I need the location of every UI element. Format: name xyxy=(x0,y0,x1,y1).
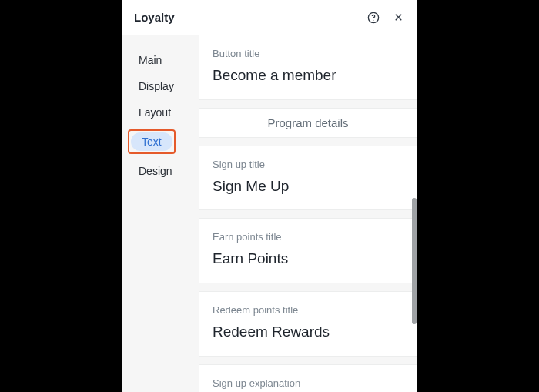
sidebar-item-design[interactable]: Design xyxy=(131,162,180,180)
field-sign-up-explanation[interactable]: Sign up explanation Sign up now to start… xyxy=(199,364,417,392)
section-header-program-details: Program details xyxy=(199,108,417,138)
field-value: Sign Me Up xyxy=(213,176,403,196)
field-label: Button title xyxy=(213,48,403,59)
settings-panel: Loyalty Main Display Layout Text xyxy=(122,0,417,392)
sidebar-item-display[interactable]: Display xyxy=(131,77,182,95)
field-redeem-points-title[interactable]: Redeem points title Redeem Rewards xyxy=(199,291,417,357)
svg-point-1 xyxy=(373,19,373,20)
content-scroll[interactable]: Button title Become a member Program det… xyxy=(199,35,417,392)
sidebar-item-text-highlight: Text xyxy=(128,129,176,154)
sidebar-nav: Main Display Layout Text Design xyxy=(122,35,199,392)
panel-header: Loyalty xyxy=(122,0,417,35)
panel-title: Loyalty xyxy=(134,11,360,24)
field-value: Earn Points xyxy=(213,249,403,269)
field-value: Redeem Rewards xyxy=(213,322,403,342)
field-value: Become a member xyxy=(213,65,403,85)
field-earn-points-title[interactable]: Earn points title Earn Points xyxy=(199,218,417,283)
field-sign-up-title[interactable]: Sign up title Sign Me Up xyxy=(199,146,417,211)
help-icon[interactable] xyxy=(367,11,380,25)
field-label: Sign up explanation xyxy=(213,377,403,389)
field-label: Redeem points title xyxy=(213,304,403,316)
field-label: Sign up title xyxy=(213,159,403,170)
field-label: Earn points title xyxy=(213,231,403,243)
sidebar-item-main[interactable]: Main xyxy=(131,51,169,69)
header-icons xyxy=(367,11,405,25)
scrollbar-thumb[interactable] xyxy=(412,198,417,324)
field-button-title[interactable]: Button title Become a member xyxy=(199,35,417,100)
panel-body: Main Display Layout Text Design Button t… xyxy=(122,35,417,392)
close-icon[interactable] xyxy=(391,11,405,25)
sidebar-item-layout[interactable]: Layout xyxy=(131,103,179,122)
sidebar-item-text[interactable]: Text xyxy=(131,132,172,151)
